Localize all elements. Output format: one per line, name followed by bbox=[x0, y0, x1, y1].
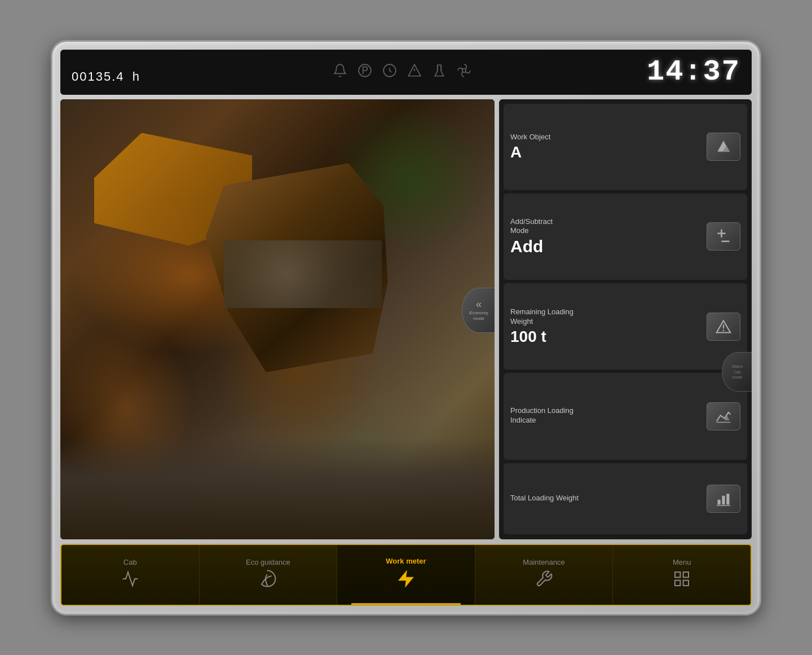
attach-cab-mode-tab[interactable]: AttachCabmode bbox=[722, 352, 752, 392]
flask-icon bbox=[432, 63, 447, 81]
work-object-info: Work Object A bbox=[510, 133, 702, 161]
work-object-value: A bbox=[510, 143, 702, 161]
main-content: « Economymode Work Object A bbox=[60, 99, 752, 539]
add-subtract-label-1: Add/Subtract bbox=[510, 217, 553, 226]
remaining-loading-row: Remaining Loading Weight 100 t bbox=[504, 283, 747, 370]
nav-menu-label: Menu bbox=[673, 558, 691, 566]
clock-display: 14:37 bbox=[647, 55, 740, 89]
total-loading-button[interactable] bbox=[707, 485, 740, 513]
economy-mode-button[interactable]: « Economymode bbox=[462, 288, 495, 333]
remaining-loading-label-2: Weight bbox=[510, 317, 533, 326]
device-frame: 00135.4 h bbox=[51, 40, 761, 616]
nav-eco-label: Eco guidance bbox=[246, 558, 290, 566]
odometer-value: 00135.4 bbox=[72, 69, 125, 83]
production-loading-label: Production Loading Indicate bbox=[510, 406, 702, 425]
svg-rect-21 bbox=[726, 494, 729, 504]
remaining-loading-value: 100 t bbox=[510, 328, 702, 346]
menu-icon bbox=[673, 570, 691, 592]
work-object-row: Work Object A bbox=[504, 104, 747, 190]
add-subtract-info: Add/Subtract Mode Add bbox=[510, 217, 702, 257]
warning-icon bbox=[407, 63, 422, 81]
production-loading-label-1: Production Loading bbox=[510, 406, 573, 415]
work-meter-icon bbox=[396, 569, 416, 593]
total-loading-info: Total Loading Weight bbox=[510, 494, 702, 504]
attach-cab-label: AttachCabmode bbox=[732, 364, 743, 379]
production-loading-row: Production Loading Indicate bbox=[504, 373, 747, 459]
svg-rect-26 bbox=[683, 580, 689, 585]
total-loading-label: Total Loading Weight bbox=[510, 494, 702, 503]
nav-maintenance-label: Maintenance bbox=[523, 558, 564, 566]
right-panel-inner: Work Object A Add/Subtract bbox=[504, 104, 747, 535]
video-feed bbox=[60, 99, 495, 539]
nav-cab-label: Cab bbox=[123, 558, 137, 566]
add-subtract-button[interactable] bbox=[707, 222, 740, 250]
status-icons-group bbox=[157, 63, 647, 81]
remaining-loading-label-1: Remaining Loading bbox=[510, 307, 573, 316]
svg-rect-24 bbox=[675, 572, 680, 577]
triangle-warning-icon bbox=[716, 319, 731, 335]
production-loading-label-2: Indicate bbox=[510, 416, 536, 424]
video-area: « Economymode bbox=[60, 99, 495, 539]
chart-bar-icon bbox=[716, 491, 731, 507]
chevron-left-icon: « bbox=[476, 299, 482, 309]
maintenance-icon bbox=[535, 570, 553, 592]
fan-icon bbox=[457, 63, 471, 81]
nav-item-cab[interactable]: Cab bbox=[61, 545, 200, 605]
production-loading-info: Production Loading Indicate bbox=[510, 406, 702, 427]
gauge-icon bbox=[382, 63, 397, 81]
odometer: 00135.4 h bbox=[72, 58, 140, 86]
eco-icon bbox=[259, 570, 277, 592]
nav-item-work[interactable]: Work meter bbox=[337, 545, 475, 605]
remaining-loading-label: Remaining Loading Weight bbox=[510, 307, 702, 327]
svg-marker-23 bbox=[398, 570, 413, 587]
top-bar: 00135.4 h bbox=[60, 50, 752, 95]
chart-mountain-icon bbox=[716, 408, 731, 424]
nav-item-menu[interactable]: Menu bbox=[613, 545, 751, 605]
odometer-unit: h bbox=[133, 69, 140, 83]
remaining-loading-button[interactable] bbox=[707, 313, 740, 341]
production-loading-button[interactable] bbox=[707, 402, 740, 430]
cab-icon bbox=[121, 570, 139, 592]
svg-rect-27 bbox=[675, 580, 680, 585]
svg-rect-25 bbox=[683, 572, 689, 577]
plus-minus-icon bbox=[716, 228, 731, 244]
right-panel: Work Object A Add/Subtract bbox=[499, 99, 752, 539]
add-subtract-label: Add/Subtract Mode bbox=[510, 217, 702, 236]
total-loading-row: Total Loading Weight bbox=[504, 463, 747, 535]
nav-work-label: Work meter bbox=[386, 557, 426, 565]
bottom-nav: Cab Eco guidance Work meter bbox=[60, 544, 752, 606]
nav-item-maintenance[interactable]: Maintenance bbox=[475, 545, 614, 605]
add-subtract-row: Add/Subtract Mode Add bbox=[504, 194, 747, 280]
work-object-button[interactable] bbox=[707, 133, 740, 161]
svg-point-16 bbox=[723, 330, 725, 332]
nav-item-eco[interactable]: Eco guidance bbox=[200, 545, 338, 605]
remaining-loading-info: Remaining Loading Weight 100 t bbox=[510, 307, 702, 346]
clock-value: 14:37 bbox=[647, 55, 740, 89]
add-subtract-label-2: Mode bbox=[510, 226, 529, 235]
add-subtract-value: Add bbox=[510, 237, 702, 256]
svg-rect-19 bbox=[718, 500, 721, 505]
work-object-label: Work Object bbox=[510, 133, 702, 142]
bell-icon bbox=[333, 63, 347, 81]
svg-rect-20 bbox=[722, 496, 725, 505]
mountain-icon bbox=[716, 139, 731, 155]
economy-mode-label: Economymode bbox=[469, 310, 488, 321]
parking-icon bbox=[358, 63, 372, 81]
